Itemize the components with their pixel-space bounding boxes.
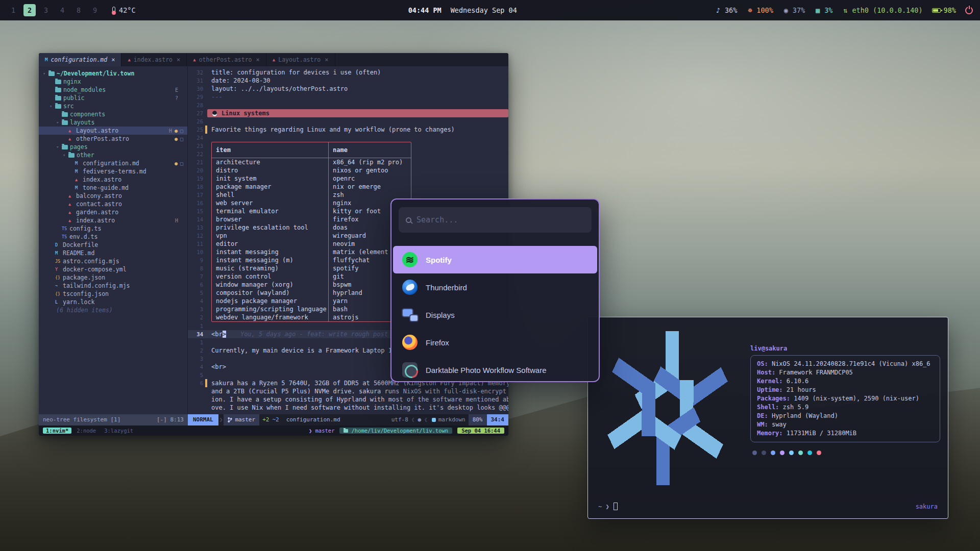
buffer-line: 27Linux systems xyxy=(188,109,508,117)
tree-item[interactable]: (6 hidden items) xyxy=(39,306,187,314)
temperature-value: 42°C xyxy=(119,6,136,14)
tree-item-label: (6 hidden items) xyxy=(56,307,113,314)
file-icon xyxy=(75,177,83,183)
line-number xyxy=(188,404,203,412)
tree-item[interactable]: yarn.lock xyxy=(39,298,187,306)
tree-item[interactable]: index.astro H xyxy=(39,216,187,224)
tab-close-icon[interactable]: × xyxy=(177,56,180,63)
tree-item-label: tsconfig.json xyxy=(63,290,109,297)
tmux-git-branch: ❯ master xyxy=(309,428,335,434)
shell-prompt[interactable]: ~ ❯ xyxy=(598,503,618,510)
palette-dot xyxy=(771,450,775,455)
tree-item[interactable]: Dockerfile xyxy=(39,241,187,249)
line-number: 8 xyxy=(188,264,203,272)
tree-item-badges: H●□ xyxy=(169,128,187,134)
tree-item[interactable]: node_modules E xyxy=(39,86,187,94)
filetype-icon xyxy=(193,57,195,62)
search-input[interactable] xyxy=(416,215,584,224)
file-icon xyxy=(55,242,63,248)
tree-item[interactable]: config.ts xyxy=(39,224,187,233)
file-icon xyxy=(55,88,61,92)
launcher-search-box[interactable] xyxy=(399,207,592,233)
tree-item[interactable]: components xyxy=(39,110,187,118)
tree-item[interactable]: fediverse-terms.md xyxy=(39,167,187,176)
workspace-button[interactable]: 1 xyxy=(7,4,19,16)
tree-item[interactable]: package.json xyxy=(39,273,187,282)
tree-item-label: tailwind.config.mjs xyxy=(63,282,130,289)
tree-item-label: configuration.md xyxy=(83,160,139,167)
tree-item[interactable]: contact.astro xyxy=(39,200,187,208)
clock-date: Wednesday Sep 04 xyxy=(451,6,517,14)
fetch-terminal[interactable]: liv@sakura OS: NixOS 24.11.20240828.71e9… xyxy=(587,317,948,519)
tree-item[interactable]: garden.astro xyxy=(39,208,187,216)
git-branch-icon xyxy=(228,417,232,423)
launcher-item[interactable]: Displays xyxy=(393,301,597,329)
power-icon[interactable] xyxy=(965,7,973,14)
workspace-button[interactable]: 2 xyxy=(23,4,36,16)
launcher-item[interactable]: Thunderbird xyxy=(393,273,597,301)
editor-tab[interactable]: index.astro × xyxy=(121,53,187,66)
line-number: 22 xyxy=(188,150,203,158)
tree-item[interactable]: README.md xyxy=(39,249,187,257)
buffer-tab-bar: configuration.md × index.astro × otherPo… xyxy=(39,53,508,66)
tree-item[interactable]: tailwind.config.mjs xyxy=(39,282,187,290)
tree-item[interactable]: ▾ other xyxy=(39,151,187,159)
line-text xyxy=(207,322,211,330)
launcher-item[interactable]: Spotify xyxy=(393,246,597,273)
tree-item[interactable]: tone-guide.md xyxy=(39,184,187,192)
editor-tab[interactable]: configuration.md × xyxy=(39,53,121,66)
workspace-button[interactable]: 4 xyxy=(56,4,68,16)
tree-item[interactable]: ▾ pages xyxy=(39,143,187,151)
statusline: neo-tree filesystem [1] [-] 8:13 NORMAL … xyxy=(39,414,508,425)
caret-icon: ▾ xyxy=(50,104,55,109)
tree-item[interactable]: configuration.md ●□ xyxy=(39,159,187,167)
tree-item[interactable]: nginx xyxy=(39,78,187,86)
tmux-session[interactable]: 3:lazygit xyxy=(101,428,136,434)
table-cell-item: terminal emulator xyxy=(212,207,328,215)
tree-item[interactable]: docker-compose.yml xyxy=(39,265,187,273)
tab-close-icon[interactable]: × xyxy=(111,56,115,63)
temperature-widget: 42°C xyxy=(112,6,136,14)
line-number: 5 xyxy=(188,371,203,379)
launcher-item[interactable]: Darktable Photo Workflow Software xyxy=(393,356,597,382)
table-row: instant messaging matrix (element xyxy=(212,248,411,256)
tmux-session[interactable]: 1:nvim* xyxy=(43,428,71,434)
fetch-info-label: Kernel: xyxy=(757,378,783,385)
table-body: architecture x86_64 (rip m2 pro) distro … xyxy=(212,158,411,321)
file-icon xyxy=(68,153,75,158)
table-cell-item: editor xyxy=(212,240,328,248)
palette-dot xyxy=(817,450,821,455)
tree-item[interactable]: astro.config.mjs xyxy=(39,257,187,265)
table-row: privilege escalation tool doas xyxy=(212,223,411,232)
tmux-session[interactable]: 2:node xyxy=(74,428,99,434)
launcher-item[interactable]: Firefox xyxy=(393,329,597,356)
file-icon xyxy=(75,168,83,174)
workspace-button[interactable]: 3 xyxy=(40,4,52,16)
editor-tab[interactable]: Layout.astro × xyxy=(266,53,335,66)
tree-item[interactable]: ▾ layouts xyxy=(39,118,187,127)
tab-close-icon[interactable]: × xyxy=(325,56,328,63)
tree-item[interactable]: env.d.ts xyxy=(39,233,187,241)
tree-item[interactable]: tsconfig.json xyxy=(39,290,187,298)
line-number: 4 xyxy=(188,297,203,305)
tmux-session-list: 1:nvim* 2:node 3:lazygit xyxy=(43,428,136,434)
editor-tab[interactable]: otherPost.astro × xyxy=(187,53,266,66)
metric: 100% xyxy=(746,6,773,14)
workspace-button[interactable]: 9 xyxy=(89,4,101,16)
app-name: Thunderbird xyxy=(426,283,467,292)
separator-chevron: ❮ xyxy=(423,414,429,425)
line-number: 3 xyxy=(188,305,203,313)
workspace-button[interactable]: 8 xyxy=(72,4,85,16)
tree-item[interactable]: ▾ src xyxy=(39,102,187,110)
line-number: 15 xyxy=(188,207,203,215)
tree-item[interactable]: index.astro xyxy=(39,176,187,184)
tree-item[interactable]: ▾ ~/Development/liv.town xyxy=(39,69,187,78)
git-diff-changed: ~2 xyxy=(270,414,281,425)
tree-item[interactable]: otherPost.astro ●□ xyxy=(39,135,187,143)
tree-item[interactable]: Layout.astro H●□ xyxy=(39,127,187,135)
tree-item[interactable]: public ? xyxy=(39,94,187,102)
tree-item[interactable]: balcony.astro xyxy=(39,192,187,200)
line-text: layout: ../../layouts/otherPost.astro xyxy=(207,85,348,93)
tab-close-icon[interactable]: × xyxy=(256,56,260,63)
caret-icon: ▾ xyxy=(56,120,62,125)
